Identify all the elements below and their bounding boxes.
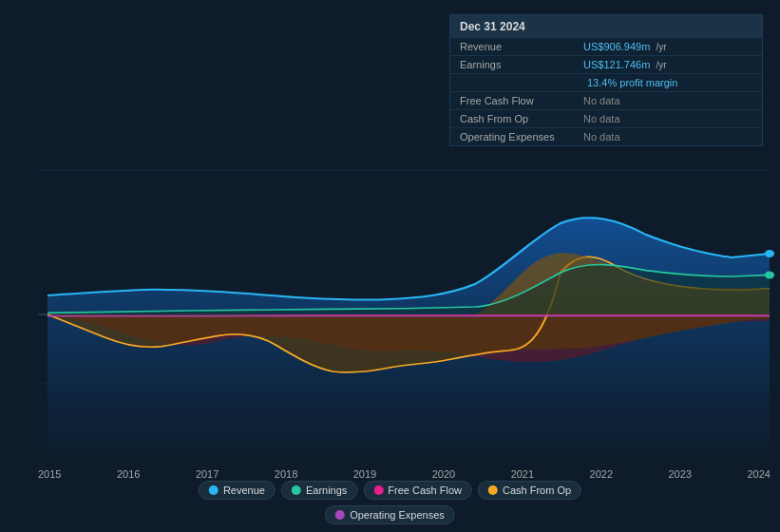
legend-dot — [335, 510, 345, 520]
legend-item-earnings[interactable]: Earnings — [281, 481, 357, 500]
x-tick-label: 2017 — [196, 468, 219, 480]
opex-value: No data — [583, 131, 620, 142]
fcf-row: Free Cash Flow No data — [450, 92, 762, 110]
legend-dot — [292, 485, 301, 495]
cfo-value: No data — [583, 113, 620, 124]
legend-item-fcf[interactable]: Free Cash Flow — [363, 481, 472, 500]
legend-label: Revenue — [223, 484, 265, 496]
fcf-value: No data — [583, 95, 620, 106]
revenue-value: US$906.949m /yr — [583, 41, 667, 52]
cfo-label: Cash From Op — [460, 113, 583, 124]
revenue-dot — [765, 250, 774, 257]
x-tick-label: 2015 — [38, 468, 61, 480]
x-tick-label: 2020 — [432, 468, 455, 480]
x-tick-label: 2016 — [117, 468, 140, 480]
x-tick-label: 2023 — [669, 468, 692, 480]
opex-row: Operating Expenses No data — [450, 128, 762, 145]
info-box: Dec 31 2024 Revenue US$906.949m /yr Earn… — [449, 14, 763, 146]
earnings-dot — [765, 271, 774, 278]
legend-label: Earnings — [306, 484, 347, 496]
earnings-value: US$121.746m /yr — [583, 59, 667, 70]
x-tick-label: 2019 — [353, 468, 376, 480]
legend: RevenueEarningsFree Cash FlowCash From O… — [195, 481, 585, 524]
legend-item-revenue[interactable]: Revenue — [199, 481, 276, 500]
x-tick-label: 2024 — [747, 468, 770, 480]
profit-margin-row: 13.4% profit margin — [450, 74, 762, 92]
x-tick-label: 2022 — [590, 468, 613, 480]
earnings-row: Earnings US$121.746m /yr — [450, 56, 762, 74]
fcf-label: Free Cash Flow — [460, 95, 583, 106]
opex-label: Operating Expenses — [460, 131, 583, 142]
legend-label: Free Cash Flow — [388, 484, 462, 496]
profit-margin-value: 13.4% profit margin — [587, 77, 677, 88]
legend-item-cfo[interactable]: Cash From Op — [478, 481, 581, 500]
cfo-row: Cash From Op No data — [450, 110, 762, 128]
legend-dot — [209, 485, 219, 495]
legend-label: Operating Expenses — [350, 509, 445, 521]
x-axis: // Will be populated by JS below 2015201… — [38, 468, 770, 480]
main-chart — [0, 147, 780, 451]
info-box-date: Dec 31 2024 — [450, 15, 762, 38]
revenue-row: Revenue US$906.949m /yr — [450, 38, 762, 56]
x-tick-label: 2021 — [511, 468, 534, 480]
revenue-label: Revenue — [460, 41, 583, 52]
legend-dot — [488, 485, 498, 495]
earnings-label: Earnings — [460, 59, 583, 70]
x-tick-label: 2018 — [275, 468, 297, 480]
legend-label: Cash From Op — [503, 484, 571, 496]
legend-dot — [373, 485, 383, 495]
legend-item-opex[interactable]: Operating Expenses — [325, 505, 455, 524]
